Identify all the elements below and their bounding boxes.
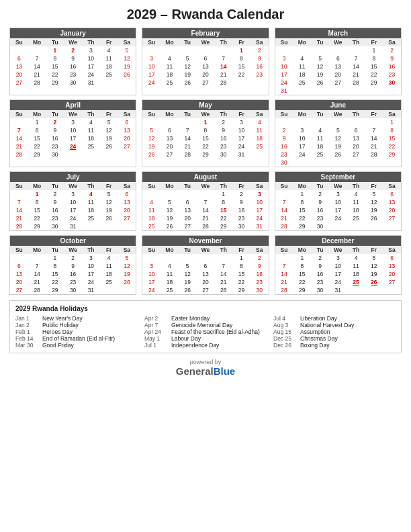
holiday-item: Apr 2Easter Monday [144, 315, 267, 322]
month-title-april: April [10, 100, 136, 110]
day-cell: 11 [311, 134, 329, 142]
day-cell: 30 [311, 222, 329, 230]
day-cell: 13 [197, 270, 215, 278]
day-cell: 22 [214, 214, 232, 222]
day-cell: 27 [10, 286, 28, 294]
day-cell: 13 [118, 126, 136, 134]
day-cell: 16 [311, 206, 329, 214]
day-cell: 19 [311, 71, 329, 79]
day-cell: 27 [161, 150, 179, 159]
day-header-tu: Tu [46, 246, 64, 254]
day-cell [197, 46, 215, 54]
day-cell: 26 [118, 71, 136, 79]
day-cell: 26 [311, 79, 329, 87]
month-title-february: February [142, 28, 268, 38]
day-cell: 25 [82, 142, 100, 150]
day-cell: 20 [383, 270, 401, 278]
holiday-item: Jul 1Independence Day [144, 342, 267, 349]
day-cell: 20 [197, 278, 215, 286]
day-header-fr: Fr [100, 182, 118, 190]
holiday-name: National Harvest Day [300, 322, 354, 328]
day-cell [293, 46, 311, 54]
day-header-su: Su [10, 110, 28, 118]
day-cell: 6 [118, 118, 136, 126]
day-cell: 28 [275, 286, 293, 294]
day-cell [311, 159, 329, 167]
day-cell [10, 190, 28, 198]
day-cell [118, 150, 136, 159]
month-june: JuneSuMoTuWeThFrSa1234567891011121314151… [275, 99, 402, 167]
day-cell: 13 [383, 262, 401, 270]
day-cell: 19 [365, 270, 383, 278]
holiday-date: Aug 15 [273, 328, 298, 335]
holiday-date: Jul 4 [273, 315, 298, 322]
day-cell: 20 [179, 214, 197, 222]
holiday-date: Jul 1 [144, 342, 169, 349]
day-cell: 21 [10, 214, 28, 222]
day-cell [214, 254, 232, 262]
month-april: AprilSuMoTuWeThFrSa123456789101112131415… [9, 99, 136, 167]
holiday-item: May 1Labour Day [144, 335, 267, 342]
day-header-tu: Tu [179, 182, 197, 190]
day-cell: 7 [275, 262, 293, 270]
day-cell: 1 [28, 190, 46, 198]
day-cell: 30 [46, 222, 64, 230]
day-cell [100, 150, 118, 159]
day-cell: 6 [197, 54, 215, 62]
day-header-su: Su [142, 38, 161, 46]
day-cell: 12 [365, 198, 383, 206]
day-cell [383, 286, 401, 294]
day-cell: 11 [100, 54, 118, 62]
day-header-th: Th [82, 182, 100, 190]
day-cell: 18 [100, 270, 118, 278]
day-cell [179, 190, 197, 198]
day-cell [365, 286, 383, 294]
day-cell: 8 [28, 198, 46, 206]
holiday-date: Mar 30 [15, 342, 40, 349]
day-header-tu: Tu [179, 38, 197, 46]
day-cell: 25 [293, 79, 311, 87]
holiday-item: Aug 3National Harvest Day [273, 322, 396, 328]
day-cell: 29 [46, 286, 64, 294]
day-cell: 15 [383, 134, 401, 142]
day-header-tu: Tu [179, 246, 197, 254]
day-cell [311, 87, 329, 95]
day-header-su: Su [142, 110, 161, 118]
day-cell: 9 [46, 198, 64, 206]
day-cell: 12 [179, 62, 197, 71]
day-cell: 3 [82, 254, 100, 262]
day-header-we: We [329, 246, 347, 254]
day-cell [311, 46, 329, 54]
day-cell: 20 [10, 71, 28, 79]
day-cell [383, 222, 401, 230]
day-cell: 8 [232, 262, 250, 270]
day-cell [232, 79, 250, 87]
day-cell [329, 159, 347, 167]
day-header-mo: Mo [293, 182, 311, 190]
day-cell: 30 [383, 79, 401, 87]
holiday-item: Jul 4Liberation Day [273, 315, 396, 322]
day-cell [250, 79, 269, 87]
day-cell [347, 87, 365, 95]
day-cell: 3 [293, 126, 311, 134]
day-cell: 23 [275, 150, 293, 159]
day-cell: 4 [347, 254, 365, 262]
day-cell [293, 87, 311, 95]
day-cell: 2 [311, 254, 329, 262]
day-cell: 5 [365, 190, 383, 198]
month-table-december: SuMoTuWeThFrSa12345678910111213141516171… [275, 246, 401, 294]
day-cell: 26 [365, 214, 383, 222]
day-cell [347, 46, 365, 54]
day-cell: 29 [293, 222, 311, 230]
day-cell: 9 [311, 198, 329, 206]
day-cell: 16 [64, 270, 82, 278]
day-cell [347, 159, 365, 167]
day-cell: 21 [365, 142, 383, 150]
day-cell: 15 [28, 134, 46, 142]
day-header-mo: Mo [293, 246, 311, 254]
day-cell [142, 254, 161, 262]
day-cell: 14 [365, 134, 383, 142]
day-cell: 28 [28, 79, 46, 87]
day-cell: 4 [311, 126, 329, 134]
day-cell: 1 [46, 254, 64, 262]
